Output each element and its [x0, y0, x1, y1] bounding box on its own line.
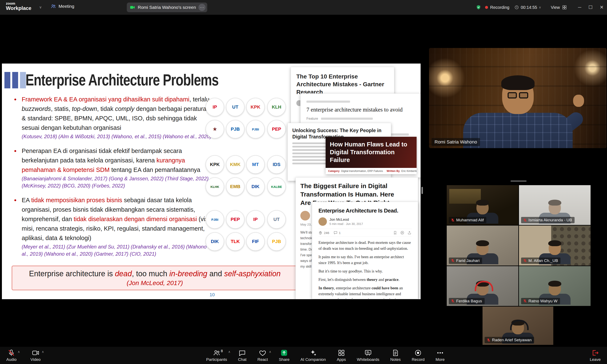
- author-avatar: [300, 211, 310, 221]
- participant-video-tile[interactable]: Farid Jauhari: [447, 226, 518, 265]
- share-options-button[interactable]: ···: [198, 4, 205, 11]
- grid-view-icon: [562, 5, 567, 10]
- article-title: 7 enterprise architecture mistakes to av…: [307, 106, 415, 113]
- org-logo-fifgroup: FIF: [246, 232, 265, 251]
- toolbar-record-button[interactable]: Record: [411, 349, 425, 362]
- share-article-icon[interactable]: [407, 231, 412, 235]
- article-card-human-flaws: How Human Flaws Lead to Digital Transfor…: [326, 137, 417, 174]
- slide-bullet: Framework EA & EA organisasi yang dihasi…: [13, 95, 213, 140]
- toolbar-ai-companion-button[interactable]: AI Companion: [300, 349, 327, 362]
- toolbar-notes-button[interactable]: Notes: [390, 349, 402, 362]
- participant-video-tile[interactable]: Ferdika Bagus: [447, 266, 518, 306]
- maximize-button[interactable]: ☐: [588, 5, 593, 10]
- toolbar-video-options-caret[interactable]: ∧: [42, 350, 44, 354]
- main-speaker-video[interactable]: Romi Satria Wahono: [429, 48, 607, 148]
- toolbar-react-button[interactable]: ∧React: [256, 349, 269, 362]
- toolbar-share-button[interactable]: Share: [278, 349, 290, 362]
- bookmark-icon[interactable]: [393, 231, 397, 235]
- play-circle-icon[interactable]: [400, 231, 405, 235]
- toolbar-video-button[interactable]: ∧Video: [30, 349, 41, 362]
- article-paragraph: Enterprise architecture is dead. Post-mo…: [318, 240, 412, 251]
- org-logo-kementerian-keuangan: KMK: [226, 155, 244, 174]
- more-icon: [436, 349, 444, 357]
- workspace-dropdown-chevron-icon[interactable]: ∨: [39, 5, 42, 10]
- meta-value: Eric Kimberling: [401, 169, 417, 172]
- slide-bullet-list: Framework EA & EA organisasi yang dihasi…: [13, 95, 213, 258]
- participant-video-tile[interactable]: M. Alfan Ch._UB: [519, 226, 591, 265]
- org-logo-pjb-investasi: PJBI: [205, 210, 224, 229]
- toolbar-react-options-caret[interactable]: ∧: [269, 350, 271, 354]
- toolbar-audio-button[interactable]: ∧Audio: [5, 349, 17, 362]
- participant-name: Ratno Wahyu W: [528, 299, 557, 303]
- article-title: Enterprise Architecture Is Dead.: [318, 208, 412, 214]
- shared-screen-label: Romi Satria Wahono's screen: [138, 5, 196, 10]
- org-logo-kpk: KPK: [246, 98, 265, 116]
- org-logo-education-ministry: DIK: [205, 232, 224, 251]
- participant-name-chip: Muhammad Alif: [449, 217, 486, 223]
- recording-dot-icon: [485, 6, 488, 9]
- toolbar-label: Apps: [337, 357, 346, 362]
- article-title: How Human Flaws Lead to Digital Transfor…: [330, 141, 412, 164]
- org-logo-pertamina-ep: PEP: [267, 120, 286, 138]
- toolbar-more-button[interactable]: More: [435, 349, 445, 362]
- toolbar-apps-button[interactable]: Apps: [336, 349, 347, 362]
- article-paragraph: But it's time to say goodbye. This is wh…: [318, 268, 412, 274]
- shared-screen-pill[interactable]: Romi Satria Wahono's screen ···: [127, 2, 207, 12]
- minimize-button[interactable]: ─: [578, 5, 581, 10]
- security-shield-icon[interactable]: [476, 5, 481, 10]
- close-button[interactable]: ✕: [600, 5, 604, 10]
- view-control[interactable]: View: [551, 5, 567, 10]
- view-label: View: [551, 5, 560, 10]
- participant-name-chip: Ratno Wahyu W: [521, 298, 560, 304]
- toolbar-label: Record: [412, 357, 425, 362]
- org-logo-telkom-indonesia: TLK: [226, 232, 244, 251]
- toolbar-participants-options-caret[interactable]: ∧: [228, 350, 230, 354]
- timer-value: 00:14:55: [521, 5, 537, 10]
- clock-icon: [514, 5, 519, 10]
- toolbar-whiteboards-button[interactable]: Whiteboards: [356, 349, 380, 362]
- participant-video-tile[interactable]: Raden Arief Setyawan: [483, 307, 553, 345]
- text-placeholder-line: [307, 101, 350, 103]
- callout-citation: (Jon McLeod, 2017): [16, 279, 294, 287]
- participant-video-tile[interactable]: Ismiarta Aknuranda - UB: [519, 185, 591, 225]
- muted-mic-icon: [451, 299, 455, 303]
- logo-line2: Workplace: [6, 5, 31, 11]
- whiteboard-icon: [364, 349, 372, 357]
- participant-name-chip: M. Alfan Ch._UB: [521, 258, 560, 264]
- article-paragraph: In theory, enterprise architecture could…: [318, 285, 412, 299]
- muted-mic-icon: [523, 299, 527, 303]
- timer-dropdown-chevron-icon[interactable]: ∨: [539, 5, 541, 9]
- org-logo-pjb: PJB: [226, 120, 244, 138]
- participant-name-chip: Raden Arief Setyawan: [485, 337, 534, 343]
- article-meta-row: Category Digital transformation, ERP Fai…: [326, 168, 417, 174]
- recording-indicator: Recording: [485, 5, 509, 10]
- toolbar-chat-button[interactable]: Chat: [237, 349, 247, 362]
- video-panel-divider-handle[interactable]: [511, 181, 526, 182]
- toolbar-left-group: ∧Audio∧Video: [5, 347, 41, 364]
- tab-meeting[interactable]: Meeting: [51, 4, 74, 9]
- speaker-silhouette: [453, 77, 583, 148]
- article-author-row: Jon McLeod 5 min read · Jun 30, 2017: [318, 217, 412, 226]
- clap-icon[interactable]: [318, 231, 323, 235]
- org-logo-kalbe: KALBE: [267, 177, 286, 196]
- toolbar-label: Participants: [206, 357, 227, 362]
- article-kicker-placeholder: [307, 101, 415, 103]
- recording-label: Recording: [490, 5, 509, 10]
- slide-page-number: 10: [210, 292, 215, 298]
- org-logo-navy-logo: IDS: [267, 155, 286, 174]
- bullet-text: Framework EA & EA organisasi yang dihasi…: [22, 95, 213, 132]
- meeting-timer: 00:14:55 ∨: [514, 5, 541, 10]
- article-paragraph: First, let's distinguish between theory …: [318, 277, 412, 283]
- panel-resize-handle[interactable]: [421, 187, 423, 194]
- toolbar-leave-button[interactable]: Leave: [589, 349, 602, 362]
- participant-video-tile[interactable]: Ratno Wahyu W: [519, 266, 591, 306]
- bullet-text: EA tidak memposisikan proses bisnis seba…: [22, 195, 213, 243]
- muted-mic-icon: [486, 338, 490, 342]
- muted-mic-icon: [523, 218, 527, 222]
- participant-name-chip: Farid Jauhari: [449, 258, 482, 264]
- article-tag: Feature: [307, 117, 318, 121]
- toolbar-participants-button[interactable]: ∧8Participants: [205, 349, 228, 362]
- toolbar-audio-options-caret[interactable]: ∧: [18, 350, 20, 354]
- comment-icon[interactable]: [333, 231, 338, 235]
- participant-video-tile[interactable]: Muhammad Alif: [447, 185, 518, 225]
